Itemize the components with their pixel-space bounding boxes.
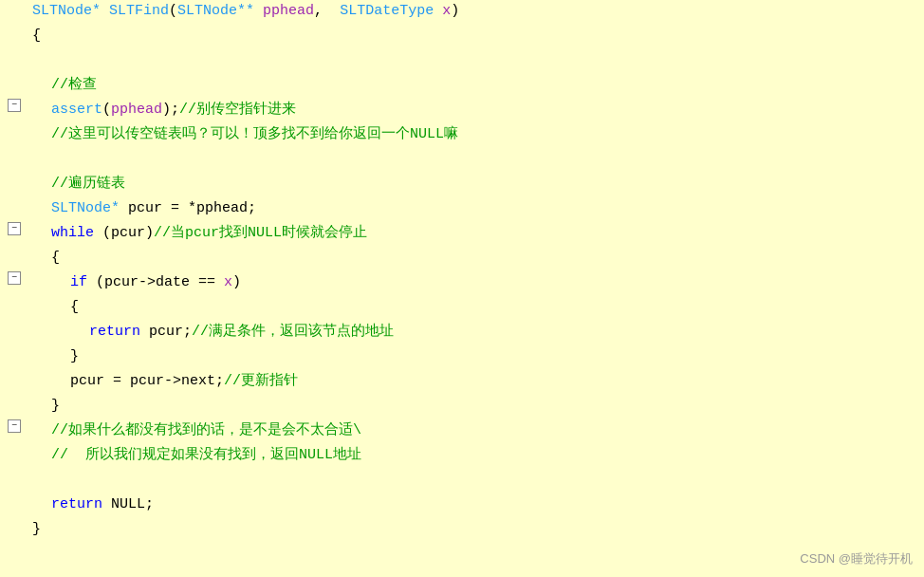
gutter: − (0, 99, 28, 112)
code-content: { (28, 25, 924, 47)
code-line: return pcur;//满足条件，返回该节点的地址 (0, 321, 924, 345)
code-content: assert(pphead);//别传空指针进来 (47, 99, 924, 121)
code-line: return NULL; (0, 493, 924, 518)
code-line: } (0, 345, 924, 370)
code-content: return pcur;//满足条件，返回该节点的地址 (85, 321, 924, 344)
gutter: − (0, 419, 28, 433)
code-content: } (28, 518, 924, 541)
code-content: //遍历链表 (47, 173, 924, 195)
code-line: { (0, 25, 924, 49)
code-content: } (66, 345, 924, 368)
code-content: //如果什么都没有找到的话，是不是会不太合适\ (47, 419, 924, 442)
code-line: −while (pcur)//当pcur找到NULL时候就会停止 (0, 222, 924, 247)
code-content: return NULL; (47, 493, 924, 516)
gutter: − (0, 271, 28, 285)
code-content: // 所以我们规定如果没有找到，返回NULL地址 (47, 444, 924, 467)
collapse-button[interactable]: − (8, 271, 21, 285)
code-line: −//如果什么都没有找到的话，是不是会不太合适\ (0, 419, 924, 444)
code-line (0, 49, 924, 74)
code-line: } (0, 518, 924, 543)
code-content: { (66, 296, 924, 319)
code-line: SLTNode* pcur = *pphead; (0, 197, 924, 222)
collapse-button[interactable]: − (8, 419, 21, 433)
code-line (0, 469, 924, 493)
code-content: //检查 (47, 74, 924, 97)
code-line: { (0, 247, 924, 271)
code-line: SLTNode* SLTFind(SLTNode** pphead, SLTDa… (0, 0, 924, 25)
collapse-button[interactable]: − (8, 99, 21, 112)
code-editor: SLTNode* SLTFind(SLTNode** pphead, SLTDa… (0, 0, 924, 577)
code-line: //这里可以传空链表吗？可以！顶多找不到给你返回一个NULL嘛 (0, 123, 924, 148)
code-content: { (47, 247, 924, 270)
code-line: //遍历链表 (0, 173, 924, 197)
code-content: while (pcur)//当pcur找到NULL时候就会停止 (47, 222, 924, 245)
code-line: // 所以我们规定如果没有找到，返回NULL地址 (0, 444, 924, 469)
code-line: } (0, 395, 924, 419)
code-line: { (0, 296, 924, 321)
gutter: − (0, 222, 28, 235)
code-line: −if (pcur->date == x) (0, 271, 924, 296)
code-line (0, 148, 924, 173)
code-lines: SLTNode* SLTFind(SLTNode** pphead, SLTDa… (0, 0, 924, 543)
code-content: } (47, 395, 924, 418)
code-line: pcur = pcur->next;//更新指针 (0, 370, 924, 395)
code-content: SLTNode* SLTFind(SLTNode** pphead, SLTDa… (28, 0, 924, 23)
code-content: //这里可以传空链表吗？可以！顶多找不到给你返回一个NULL嘛 (47, 123, 924, 146)
code-content: SLTNode* pcur = *pphead; (47, 197, 924, 220)
code-content: pcur = pcur->next;//更新指针 (66, 370, 924, 393)
collapse-button[interactable]: − (8, 222, 21, 235)
watermark: CSDN @睡觉待开机 (800, 549, 913, 569)
code-content: if (pcur->date == x) (66, 271, 924, 294)
code-line: −assert(pphead);//别传空指针进来 (0, 99, 924, 123)
code-line: //检查 (0, 74, 924, 99)
